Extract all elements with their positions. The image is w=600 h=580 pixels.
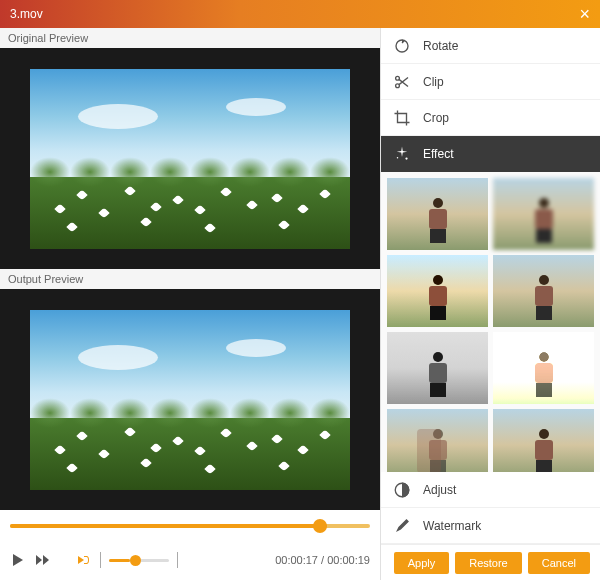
tool-label: Watermark (423, 519, 481, 533)
tool-label: Crop (423, 111, 449, 125)
effect-thumbnail[interactable] (493, 255, 594, 327)
svg-point-1 (396, 76, 400, 80)
tool-rotate[interactable]: Rotate (381, 28, 600, 64)
time-display: 00:00:17 / 00:00:19 (275, 554, 370, 566)
cancel-button[interactable]: Cancel (528, 552, 590, 574)
main-area: Original Preview Output Preview (0, 28, 600, 580)
original-preview-label: Original Preview (0, 28, 380, 48)
tool-clip[interactable]: Clip (381, 64, 600, 100)
tool-effect[interactable]: Effect (381, 136, 600, 172)
effect-thumbnail[interactable] (387, 332, 488, 404)
effect-thumbnail[interactable] (493, 178, 594, 250)
output-preview-label: Output Preview (0, 269, 380, 289)
timeline[interactable] (0, 510, 380, 540)
svg-point-3 (405, 157, 407, 159)
svg-point-2 (396, 83, 400, 87)
tool-label: Effect (423, 147, 453, 161)
brush-icon (393, 517, 411, 535)
tool-label: Clip (423, 75, 444, 89)
effect-thumbnail[interactable] (387, 409, 488, 472)
effect-thumbnail[interactable] (387, 178, 488, 250)
tool-label: Rotate (423, 39, 458, 53)
apply-button[interactable]: Apply (394, 552, 450, 574)
volume-slider[interactable] (109, 559, 169, 562)
playback-controls: 00:00:17 / 00:00:19 (0, 540, 380, 580)
adjust-icon (393, 481, 411, 499)
current-time: 00:00:17 (275, 554, 318, 566)
effect-thumbnail[interactable] (387, 255, 488, 327)
svg-point-4 (397, 157, 399, 159)
action-buttons: Apply Restore Cancel (381, 544, 600, 580)
close-icon[interactable]: × (579, 5, 590, 23)
scissors-icon (393, 73, 411, 91)
effects-grid (381, 172, 600, 472)
tool-crop[interactable]: Crop (381, 100, 600, 136)
play-button[interactable] (10, 552, 26, 568)
fast-forward-button[interactable] (34, 552, 50, 568)
tool-label: Adjust (423, 483, 456, 497)
effect-thumbnail[interactable] (493, 409, 594, 472)
original-preview[interactable] (0, 48, 380, 269)
tool-adjust[interactable]: Adjust (381, 472, 600, 508)
total-time: 00:00:19 (327, 554, 370, 566)
file-title: 3.mov (10, 7, 43, 21)
title-bar: 3.mov × (0, 0, 600, 28)
volume-icon[interactable] (78, 553, 92, 567)
effect-icon (393, 145, 411, 163)
crop-icon (393, 109, 411, 127)
preview-panel: Original Preview Output Preview (0, 28, 380, 580)
timeline-handle[interactable] (313, 519, 327, 533)
effect-thumbnail[interactable] (493, 332, 594, 404)
tool-watermark[interactable]: Watermark (381, 508, 600, 544)
tools-panel: Rotate Clip Crop Effect Ad (380, 28, 600, 580)
output-preview[interactable] (0, 289, 380, 510)
rotate-icon (393, 37, 411, 55)
restore-button[interactable]: Restore (455, 552, 522, 574)
